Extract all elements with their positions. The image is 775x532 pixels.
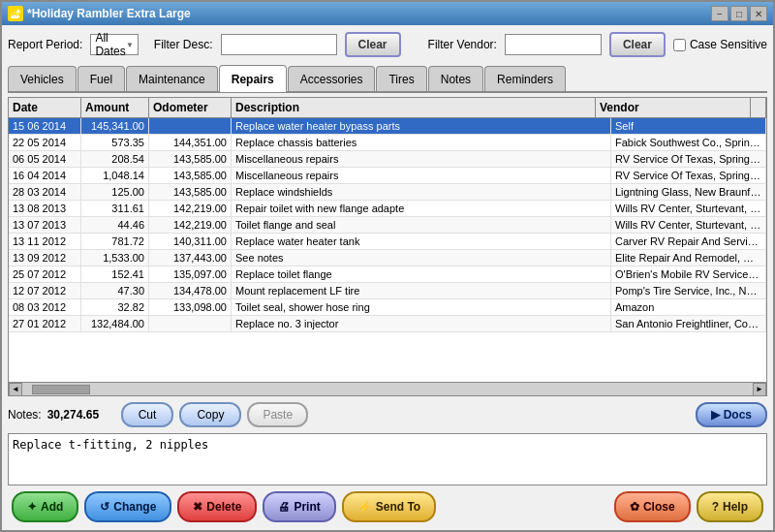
table-cell: 143,585.00: [149, 168, 232, 183]
table-row[interactable]: 22 05 2014573.35144,351.00Replace chassi…: [9, 135, 766, 151]
table-cell: 13 08 2013: [9, 201, 81, 216]
table-row[interactable]: 13 09 20121,533.00137,443.00See notesEli…: [9, 250, 766, 266]
table-cell: RV Service Of Texas, Spring Branch, TX: [611, 151, 766, 167]
horizontal-scrollbar[interactable]: ◄ ►: [9, 382, 766, 395]
table-cell: 06 05 2014: [9, 151, 81, 167]
tab-fuel[interactable]: Fuel: [78, 66, 125, 91]
table-row[interactable]: 27 01 2012132,484.00Replace no. 3 inject…: [9, 316, 766, 332]
close-icon: ✿: [630, 500, 639, 514]
filter-vendor-input[interactable]: [505, 34, 602, 55]
delete-icon: ✖: [193, 500, 202, 514]
filter-desc-input[interactable]: [221, 34, 337, 55]
maximize-button[interactable]: □: [730, 6, 748, 21]
close-button[interactable]: ✿ Close: [614, 491, 691, 522]
add-button[interactable]: ✦ Add: [12, 491, 78, 522]
table-header: Date Amount Odometer Description Vendor: [9, 98, 766, 118]
table-cell: Wills RV Center, Sturtevant, WI: [611, 217, 766, 233]
report-period-combo[interactable]: All Dates ▼: [90, 34, 138, 55]
close-window-button[interactable]: ✕: [750, 6, 767, 21]
table-cell: 125.00: [81, 184, 149, 200]
help-button[interactable]: ? Help: [697, 491, 763, 522]
table-cell: 13 11 2012: [9, 234, 81, 249]
table-cell: Miscellaneous repairs: [232, 168, 611, 183]
table-cell: 135,097.00: [149, 266, 232, 282]
table-row[interactable]: 13 07 201344.46142,219.00Toilet flange a…: [9, 217, 766, 234]
print-button[interactable]: 🖨 Print: [263, 491, 335, 522]
app-icon: 🏕: [8, 6, 23, 21]
docs-button[interactable]: ▶ Docs: [696, 402, 767, 427]
table-body[interactable]: 15 06 2014145,341.00Replace water heater…: [9, 118, 766, 382]
table-cell: Amazon: [611, 299, 766, 315]
copy-button[interactable]: Copy: [179, 402, 241, 427]
clear-vendor-button[interactable]: Clear: [609, 32, 666, 57]
table-cell: [149, 118, 232, 134]
report-period-value: All Dates: [95, 31, 126, 58]
cut-button[interactable]: Cut: [121, 402, 174, 427]
table-cell: 13 07 2013: [9, 217, 81, 233]
tab-accessories[interactable]: Accessories: [288, 66, 376, 91]
table-row[interactable]: 06 05 2014208.54143,585.00Miscellaneous …: [9, 151, 766, 168]
table-cell: 143,585.00: [149, 151, 232, 167]
title-bar-left: 🏕 *Holiday Rambler Extra Large: [8, 6, 191, 21]
docs-label: Docs: [724, 408, 752, 422]
table-cell: 1,048.14: [81, 168, 149, 183]
help-icon: ?: [712, 500, 719, 514]
table-cell: 781.72: [81, 234, 149, 249]
clear-desc-button[interactable]: Clear: [345, 32, 401, 57]
scroll-left-icon[interactable]: ◄: [9, 383, 22, 396]
table-row[interactable]: 25 07 2012152.41135,097.00Replace toilet…: [9, 266, 766, 283]
table-cell: 22 05 2014: [9, 135, 81, 150]
change-button[interactable]: ↺ Change: [84, 491, 171, 522]
table-row[interactable]: 16 04 20141,048.14143,585.00Miscellaneou…: [9, 168, 766, 184]
table-cell: San Antonio Freightliner, Converse, TX: [611, 316, 766, 331]
table-cell: 142,219.00: [149, 217, 232, 233]
tab-notes[interactable]: Notes: [428, 66, 483, 91]
h-scroll-thumb[interactable]: [32, 385, 90, 394]
table-cell: Replace toilet flange: [232, 266, 611, 282]
tab-vehicles[interactable]: Vehicles: [8, 66, 77, 91]
table-row[interactable]: 13 11 2012781.72140,311.00Replace water …: [9, 234, 766, 250]
minimize-button[interactable]: −: [711, 6, 728, 21]
table-row[interactable]: 12 07 201247.30134,478.00Mount replaceme…: [9, 283, 766, 299]
notes-textarea[interactable]: Replace t-fitting, 2 nipples: [8, 433, 767, 485]
table-cell: 133,098.00: [149, 299, 232, 315]
table-cell: Pomp's Tire Service, Inc., New Berlin, W: [611, 283, 766, 298]
col-odometer: Odometer: [149, 98, 232, 117]
table-cell: 311.61: [81, 201, 149, 216]
h-scroll-track[interactable]: [22, 385, 753, 394]
sendto-button[interactable]: ⚡ Send To: [342, 491, 436, 522]
tab-maintenance[interactable]: Maintenance: [126, 66, 218, 91]
col-scrollbar-spacer: [751, 98, 766, 117]
table-cell: 573.35: [81, 135, 149, 150]
tab-tires[interactable]: Tires: [376, 66, 426, 91]
table-cell: 137,443.00: [149, 250, 232, 266]
case-sensitive-checkbox[interactable]: [673, 39, 686, 51]
table-cell: 144,351.00: [149, 135, 232, 150]
case-sensitive-label: Case Sensitive: [690, 38, 767, 51]
help-label: Help: [723, 500, 748, 514]
col-amount: Amount: [81, 98, 149, 117]
table-cell: 208.54: [81, 151, 149, 167]
table-cell: Replace chassis batteries: [232, 135, 611, 150]
table-cell: Replace water heater bypass parts: [232, 118, 611, 134]
delete-button[interactable]: ✖ Delete: [177, 491, 257, 522]
table-cell: Toilet seal, shower hose ring: [232, 299, 611, 315]
notes-row: Notes: 30,274.65 Cut Copy Paste ▶ Docs: [8, 400, 767, 429]
table-cell: 27 01 2012: [9, 316, 81, 331]
table-cell: RV Service Of Texas, Spring Branch, TX: [611, 168, 766, 183]
paste-button[interactable]: Paste: [247, 402, 308, 427]
tab-repairs[interactable]: Repairs: [219, 65, 287, 92]
table-row[interactable]: 13 08 2013311.61142,219.00Repair toilet …: [9, 201, 766, 217]
docs-arrow-icon: ▶: [711, 408, 720, 422]
table-row[interactable]: 08 03 201232.82133,098.00Toilet seal, sh…: [9, 299, 766, 316]
change-label: Change: [113, 500, 156, 514]
report-period-label: Report Period:: [8, 38, 82, 51]
table-row[interactable]: 28 03 2014125.00143,585.00Replace windsh…: [9, 184, 766, 201]
scroll-right-icon[interactable]: ►: [753, 383, 766, 396]
tab-reminders[interactable]: Reminders: [484, 66, 566, 91]
col-date: Date: [9, 98, 81, 117]
table-cell: 132,484.00: [81, 316, 149, 331]
table-row[interactable]: 15 06 2014145,341.00Replace water heater…: [9, 118, 766, 135]
table-cell: 134,478.00: [149, 283, 232, 298]
table-cell: Replace windshields: [232, 184, 611, 200]
